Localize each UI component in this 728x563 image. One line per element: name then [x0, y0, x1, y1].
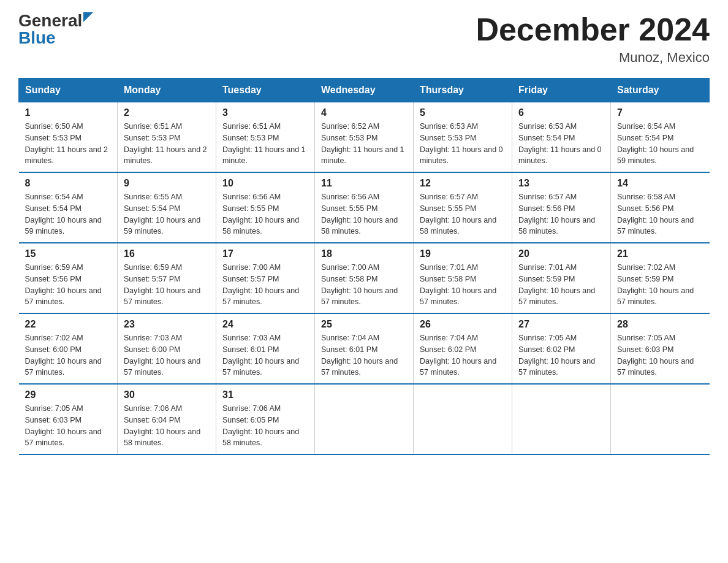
day-info: Sunrise: 7:02 AMSunset: 5:59 PMDaylight:… — [617, 262, 703, 308]
table-row: 31 Sunrise: 7:06 AMSunset: 6:05 PMDaylig… — [216, 384, 315, 454]
table-row: 11 Sunrise: 6:56 AMSunset: 5:55 PMDaylig… — [315, 172, 414, 243]
day-number: 9 — [124, 178, 210, 189]
table-row — [414, 384, 512, 454]
table-row: 22 Sunrise: 7:02 AMSunset: 6:00 PMDaylig… — [19, 313, 118, 384]
calendar-week-row: 15 Sunrise: 6:59 AMSunset: 5:56 PMDaylig… — [19, 243, 710, 313]
day-number: 28 — [617, 319, 703, 330]
day-number: 23 — [124, 319, 210, 330]
day-number: 19 — [420, 248, 506, 259]
table-row: 13 Sunrise: 6:57 AMSunset: 5:56 PMDaylig… — [512, 172, 611, 243]
calendar-table: Sunday Monday Tuesday Wednesday Thursday… — [18, 78, 710, 455]
table-row: 7 Sunrise: 6:54 AMSunset: 5:54 PMDayligh… — [611, 102, 710, 173]
day-number: 4 — [321, 107, 407, 118]
table-row: 8 Sunrise: 6:54 AMSunset: 5:54 PMDayligh… — [19, 172, 118, 243]
table-row — [512, 384, 611, 454]
col-wednesday: Wednesday — [315, 79, 414, 102]
calendar-week-row: 22 Sunrise: 7:02 AMSunset: 6:00 PMDaylig… — [19, 313, 710, 384]
day-number: 25 — [321, 319, 407, 330]
day-info: Sunrise: 6:56 AMSunset: 5:55 PMDaylight:… — [321, 191, 407, 237]
day-number: 17 — [222, 248, 308, 259]
table-row: 21 Sunrise: 7:02 AMSunset: 5:59 PMDaylig… — [611, 243, 710, 313]
table-row: 2 Sunrise: 6:51 AMSunset: 5:53 PMDayligh… — [118, 102, 216, 173]
day-info: Sunrise: 7:02 AMSunset: 6:00 PMDaylight:… — [25, 332, 112, 378]
table-row: 23 Sunrise: 7:03 AMSunset: 6:00 PMDaylig… — [118, 313, 216, 384]
day-info: Sunrise: 6:55 AMSunset: 5:54 PMDaylight:… — [124, 191, 210, 237]
day-info: Sunrise: 6:54 AMSunset: 5:54 PMDaylight:… — [617, 121, 703, 167]
table-row: 5 Sunrise: 6:53 AMSunset: 5:53 PMDayligh… — [414, 102, 512, 173]
day-number: 20 — [518, 248, 604, 259]
table-row: 24 Sunrise: 7:03 AMSunset: 6:01 PMDaylig… — [216, 313, 315, 384]
col-sunday: Sunday — [19, 79, 118, 102]
table-row: 26 Sunrise: 7:04 AMSunset: 6:02 PMDaylig… — [414, 313, 512, 384]
day-info: Sunrise: 6:51 AMSunset: 5:53 PMDaylight:… — [124, 121, 210, 167]
table-row: 20 Sunrise: 7:01 AMSunset: 5:59 PMDaylig… — [512, 243, 611, 313]
day-info: Sunrise: 6:50 AMSunset: 5:53 PMDaylight:… — [25, 121, 112, 167]
calendar-header-row: Sunday Monday Tuesday Wednesday Thursday… — [19, 79, 710, 102]
table-row: 25 Sunrise: 7:04 AMSunset: 6:01 PMDaylig… — [315, 313, 414, 384]
table-row: 27 Sunrise: 7:05 AMSunset: 6:02 PMDaylig… — [512, 313, 611, 384]
table-row: 18 Sunrise: 7:00 AMSunset: 5:58 PMDaylig… — [315, 243, 414, 313]
logo-general: General — [18, 11, 82, 30]
table-row: 14 Sunrise: 6:58 AMSunset: 5:56 PMDaylig… — [611, 172, 710, 243]
day-number: 2 — [124, 107, 210, 118]
day-info: Sunrise: 7:06 AMSunset: 6:04 PMDaylight:… — [124, 403, 210, 449]
day-number: 10 — [222, 178, 308, 189]
day-number: 22 — [25, 319, 112, 330]
month-title: December 2024 — [476, 12, 710, 47]
title-area: December 2024 Munoz, Mexico — [476, 12, 710, 66]
day-number: 24 — [222, 319, 308, 330]
day-number: 18 — [321, 248, 407, 259]
table-row: 12 Sunrise: 6:57 AMSunset: 5:55 PMDaylig… — [414, 172, 512, 243]
day-info: Sunrise: 6:53 AMSunset: 5:53 PMDaylight:… — [420, 121, 506, 167]
day-info: Sunrise: 7:01 AMSunset: 5:59 PMDaylight:… — [518, 262, 604, 308]
day-info: Sunrise: 7:04 AMSunset: 6:02 PMDaylight:… — [420, 332, 506, 378]
col-thursday: Thursday — [414, 79, 512, 102]
col-tuesday: Tuesday — [216, 79, 315, 102]
table-row — [611, 384, 710, 454]
day-number: 29 — [25, 389, 112, 400]
table-row: 9 Sunrise: 6:55 AMSunset: 5:54 PMDayligh… — [118, 172, 216, 243]
table-row — [315, 384, 414, 454]
day-number: 3 — [222, 107, 308, 118]
day-number: 8 — [25, 178, 112, 189]
logo-blue: Blue — [18, 28, 56, 47]
table-row: 16 Sunrise: 6:59 AMSunset: 5:57 PMDaylig… — [118, 243, 216, 313]
table-row: 3 Sunrise: 6:51 AMSunset: 5:53 PMDayligh… — [216, 102, 315, 173]
logo: General Blue — [18, 12, 93, 47]
day-info: Sunrise: 7:05 AMSunset: 6:03 PMDaylight:… — [25, 403, 112, 449]
col-saturday: Saturday — [611, 79, 710, 102]
day-number: 13 — [518, 178, 604, 189]
day-info: Sunrise: 6:57 AMSunset: 5:55 PMDaylight:… — [420, 191, 506, 237]
table-row: 15 Sunrise: 6:59 AMSunset: 5:56 PMDaylig… — [19, 243, 118, 313]
day-info: Sunrise: 6:59 AMSunset: 5:56 PMDaylight:… — [25, 262, 112, 308]
day-number: 16 — [124, 248, 210, 259]
day-info: Sunrise: 6:58 AMSunset: 5:56 PMDaylight:… — [617, 191, 703, 237]
day-number: 14 — [617, 178, 703, 189]
day-number: 12 — [420, 178, 506, 189]
day-number: 21 — [617, 248, 703, 259]
day-number: 30 — [124, 389, 210, 400]
day-info: Sunrise: 7:01 AMSunset: 5:58 PMDaylight:… — [420, 262, 506, 308]
page-header: General Blue December 2024 Munoz, Mexico — [18, 12, 710, 66]
table-row: 10 Sunrise: 6:56 AMSunset: 5:55 PMDaylig… — [216, 172, 315, 243]
col-friday: Friday — [512, 79, 611, 102]
day-info: Sunrise: 6:56 AMSunset: 5:55 PMDaylight:… — [222, 191, 308, 237]
day-number: 26 — [420, 319, 506, 330]
calendar-week-row: 29 Sunrise: 7:05 AMSunset: 6:03 PMDaylig… — [19, 384, 710, 454]
calendar-week-row: 8 Sunrise: 6:54 AMSunset: 5:54 PMDayligh… — [19, 172, 710, 243]
day-number: 31 — [222, 389, 308, 400]
day-info: Sunrise: 7:05 AMSunset: 6:03 PMDaylight:… — [617, 332, 703, 378]
day-number: 6 — [518, 107, 604, 118]
day-info: Sunrise: 7:04 AMSunset: 6:01 PMDaylight:… — [321, 332, 407, 378]
day-info: Sunrise: 7:00 AMSunset: 5:57 PMDaylight:… — [222, 262, 308, 308]
day-info: Sunrise: 6:54 AMSunset: 5:54 PMDaylight:… — [25, 191, 112, 237]
table-row: 6 Sunrise: 6:53 AMSunset: 5:54 PMDayligh… — [512, 102, 611, 173]
col-monday: Monday — [118, 79, 216, 102]
day-info: Sunrise: 7:05 AMSunset: 6:02 PMDaylight:… — [518, 332, 604, 378]
day-number: 5 — [420, 107, 506, 118]
table-row: 4 Sunrise: 6:52 AMSunset: 5:53 PMDayligh… — [315, 102, 414, 173]
day-number: 15 — [25, 248, 112, 259]
day-info: Sunrise: 6:51 AMSunset: 5:53 PMDaylight:… — [222, 121, 308, 167]
day-info: Sunrise: 6:59 AMSunset: 5:57 PMDaylight:… — [124, 262, 210, 308]
day-info: Sunrise: 7:06 AMSunset: 6:05 PMDaylight:… — [222, 403, 308, 449]
